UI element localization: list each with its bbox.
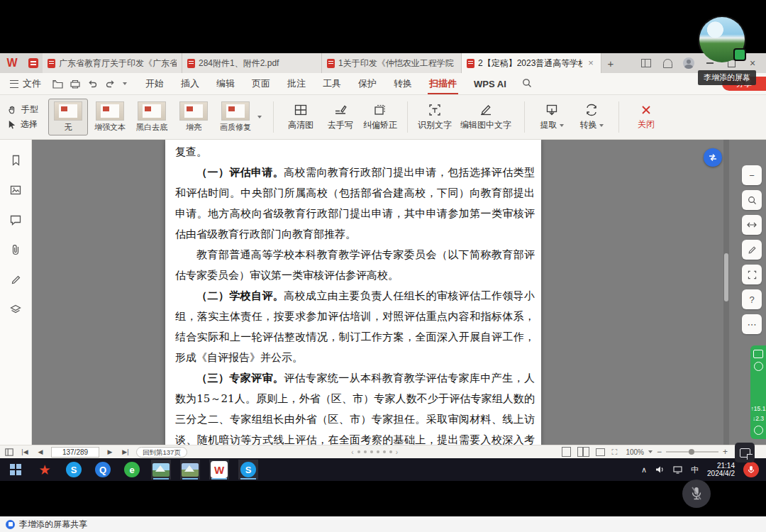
- close-scan-button[interactable]: 关闭: [626, 104, 666, 131]
- filter-none[interactable]: 无: [48, 99, 88, 135]
- last-page-icon[interactable]: ▶|: [121, 448, 131, 455]
- convert-dropdown-icon[interactable]: [599, 124, 604, 127]
- taskbar-app-meeting[interactable]: [180, 460, 200, 480]
- thumbnails-icon[interactable]: [8, 182, 23, 198]
- taskbar-clock[interactable]: 21:14 2024/4/2: [707, 462, 735, 477]
- tab-doc-1[interactable]: 广东省教育厅关于印发《广东省: [43, 53, 182, 73]
- vertical-scrollbar[interactable]: [723, 140, 729, 445]
- fullscreen-view-icon[interactable]: [611, 448, 620, 456]
- menu-item-protect[interactable]: 保护: [350, 73, 385, 94]
- annotate-pen-icon[interactable]: [742, 240, 762, 260]
- layers-icon[interactable]: [8, 301, 23, 317]
- hand-tool-button[interactable]: 手型: [7, 104, 38, 116]
- comments-icon[interactable]: [8, 212, 23, 228]
- continuous-view-icon[interactable]: [596, 448, 605, 456]
- ime-indicator[interactable]: 中: [691, 465, 699, 475]
- taskbar-app-docs[interactable]: S: [238, 460, 258, 480]
- filter-bw-clean[interactable]: 黑白去底: [132, 99, 172, 135]
- network-monitor-widget[interactable]: ↑15.1 ↓2.3: [750, 345, 766, 439]
- convert-button[interactable]: 转换: [572, 103, 611, 131]
- screen-capture-button[interactable]: [735, 443, 755, 462]
- next-page-icon[interactable]: ▶: [105, 448, 115, 455]
- taskbar-app-wps[interactable]: W: [209, 460, 229, 480]
- more-tools-icon[interactable]: ⋯: [742, 314, 762, 334]
- filter-brighten[interactable]: 增亮: [174, 99, 213, 135]
- taskbar-app-browser-green[interactable]: e: [122, 460, 142, 480]
- double-page-view-icon[interactable]: [577, 447, 589, 457]
- taskbar-app-skype[interactable]: S: [64, 460, 84, 480]
- menu-item-home[interactable]: 开始: [137, 73, 172, 94]
- menu-item-wps-ai[interactable]: WPS AI: [465, 73, 515, 94]
- edit-image-text-button[interactable]: 编辑图中文字: [455, 103, 517, 131]
- menu-item-tools[interactable]: 工具: [314, 73, 350, 94]
- menu-item-insert[interactable]: 插入: [172, 73, 208, 94]
- menu-item-convert[interactable]: 转换: [385, 73, 421, 94]
- dots-next-icon[interactable]: ›: [396, 448, 398, 456]
- scrollbar-thumb[interactable]: [724, 253, 728, 301]
- extract-dropdown-icon[interactable]: [560, 124, 564, 127]
- account-avatar[interactable]: [679, 55, 698, 71]
- attachments-icon[interactable]: [8, 242, 23, 257]
- filter-enhance-text[interactable]: 增强文本: [90, 99, 130, 135]
- deskew-button[interactable]: 纠偏矫正: [360, 103, 400, 131]
- snapshot-icon[interactable]: [742, 265, 762, 284]
- split-view-icon[interactable]: [637, 55, 655, 71]
- tab-doc-4-active[interactable]: 2【定稿】2023普通高等学校 ×: [462, 53, 601, 73]
- collapse-rail-icon[interactable]: −: [742, 165, 762, 185]
- fit-width-icon[interactable]: [742, 215, 762, 235]
- zoom-dropdown-icon[interactable]: [648, 450, 653, 453]
- menu-item-annotate[interactable]: 批注: [279, 73, 314, 94]
- help-icon[interactable]: ?: [742, 289, 762, 309]
- page-dots-nav[interactable]: ‹ ›: [351, 448, 398, 456]
- notification-bell-icon[interactable]: [658, 55, 677, 71]
- redo-dropdown-icon[interactable]: [123, 82, 127, 85]
- extract-button[interactable]: 提取: [532, 103, 572, 131]
- wps-logo[interactable]: W: [0, 53, 24, 73]
- volume-icon[interactable]: [655, 465, 665, 474]
- sign-pen-icon[interactable]: [8, 272, 23, 287]
- zoom-out-button[interactable]: −: [657, 447, 662, 457]
- tab-doc-3[interactable]: 1关于印发《仲恺农业工程学院: [322, 53, 462, 73]
- page-indicator-input[interactable]: [51, 447, 99, 458]
- taskbar-app-browser-q[interactable]: Q: [93, 460, 113, 480]
- home-doc-icon[interactable]: [24, 53, 43, 73]
- tab-doc-2[interactable]: 284附件1、附件2.pdf: [182, 53, 322, 73]
- zoom-slider[interactable]: [666, 451, 718, 453]
- filter-quality-repair[interactable]: 画质修复: [216, 99, 255, 135]
- first-page-icon[interactable]: |◀: [20, 448, 30, 455]
- tab-close-icon[interactable]: ×: [586, 58, 596, 68]
- prev-page-icon[interactable]: ◀: [35, 448, 45, 455]
- menu-item-edit[interactable]: 编辑: [208, 73, 243, 94]
- print-icon[interactable]: [70, 79, 80, 89]
- select-tool-button[interactable]: 选择: [7, 118, 38, 131]
- dots-prev-icon[interactable]: ‹: [351, 448, 353, 456]
- bookmarks-icon[interactable]: [8, 153, 23, 168]
- redo-icon[interactable]: [105, 79, 116, 89]
- file-menu[interactable]: 文件: [0, 77, 50, 90]
- taskbar-app-favorites[interactable]: ★: [35, 460, 55, 480]
- hidden-icons-chevron[interactable]: ∧: [641, 465, 647, 475]
- mic-muted-bubble[interactable]: [682, 480, 711, 508]
- zoom-in-button[interactable]: +: [723, 447, 728, 457]
- undo-icon[interactable]: [87, 79, 98, 89]
- zoom-slider-thumb[interactable]: [689, 449, 694, 455]
- menu-search-icon[interactable]: [515, 78, 539, 90]
- find-icon[interactable]: [742, 190, 762, 210]
- back-to-page-button[interactable]: 回到第137页: [136, 447, 187, 458]
- meeting-active-indicator[interactable]: [743, 462, 759, 477]
- zoom-level[interactable]: 100%: [626, 448, 644, 456]
- wps-assistant-button[interactable]: [704, 148, 722, 167]
- menu-item-page[interactable]: 页面: [243, 73, 279, 94]
- sidebar-toggle-icon[interactable]: [4, 448, 14, 456]
- menu-item-scan-active[interactable]: 扫描件: [421, 73, 465, 94]
- single-page-view-icon[interactable]: [562, 447, 571, 457]
- hd-image-button[interactable]: 高清图: [281, 103, 321, 131]
- display-icon[interactable]: [673, 466, 682, 474]
- start-button[interactable]: [6, 460, 26, 480]
- open-folder-icon[interactable]: [52, 79, 63, 89]
- remove-handwriting-button[interactable]: 去手写: [321, 103, 360, 131]
- ocr-button[interactable]: 识别文字: [415, 103, 455, 131]
- filters-dropdown-icon[interactable]: [257, 116, 262, 118]
- taskbar-app-photos-1[interactable]: [151, 460, 171, 480]
- new-tab-button[interactable]: +: [601, 53, 620, 73]
